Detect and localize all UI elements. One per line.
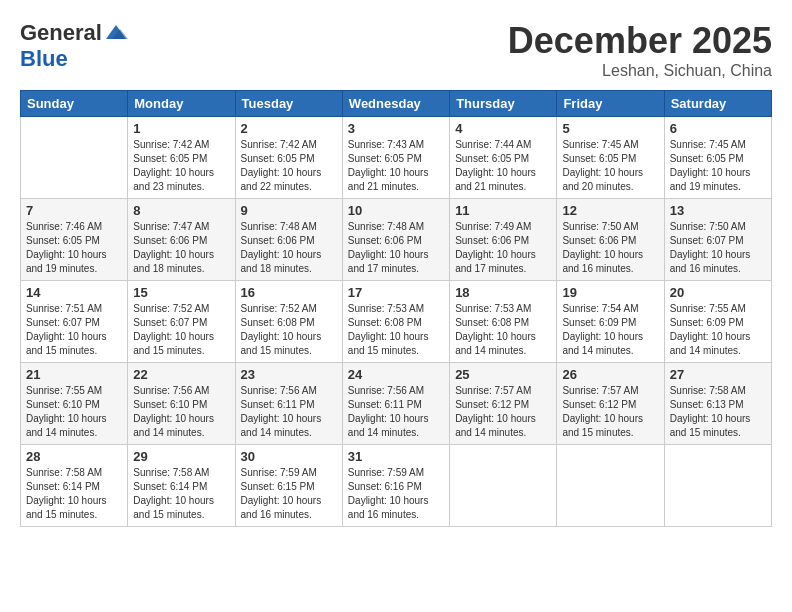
calendar-cell: 15Sunrise: 7:52 AM Sunset: 6:07 PM Dayli…: [128, 281, 235, 363]
calendar-cell: 27Sunrise: 7:58 AM Sunset: 6:13 PM Dayli…: [664, 363, 771, 445]
calendar-cell: [450, 445, 557, 527]
day-info: Sunrise: 7:58 AM Sunset: 6:14 PM Dayligh…: [26, 466, 122, 522]
calendar-cell: 9Sunrise: 7:48 AM Sunset: 6:06 PM Daylig…: [235, 199, 342, 281]
day-number: 1: [133, 121, 229, 136]
logo-icon: [104, 21, 128, 45]
day-info: Sunrise: 7:54 AM Sunset: 6:09 PM Dayligh…: [562, 302, 658, 358]
day-number: 28: [26, 449, 122, 464]
calendar-cell: 14Sunrise: 7:51 AM Sunset: 6:07 PM Dayli…: [21, 281, 128, 363]
calendar-cell: 3Sunrise: 7:43 AM Sunset: 6:05 PM Daylig…: [342, 117, 449, 199]
day-info: Sunrise: 7:56 AM Sunset: 6:10 PM Dayligh…: [133, 384, 229, 440]
calendar-cell: 29Sunrise: 7:58 AM Sunset: 6:14 PM Dayli…: [128, 445, 235, 527]
day-info: Sunrise: 7:57 AM Sunset: 6:12 PM Dayligh…: [562, 384, 658, 440]
weekday-header-friday: Friday: [557, 91, 664, 117]
day-info: Sunrise: 7:53 AM Sunset: 6:08 PM Dayligh…: [455, 302, 551, 358]
weekday-header-row: SundayMondayTuesdayWednesdayThursdayFrid…: [21, 91, 772, 117]
day-number: 30: [241, 449, 337, 464]
day-number: 22: [133, 367, 229, 382]
day-number: 21: [26, 367, 122, 382]
day-number: 23: [241, 367, 337, 382]
calendar-week-4: 21Sunrise: 7:55 AM Sunset: 6:10 PM Dayli…: [21, 363, 772, 445]
calendar-cell: 31Sunrise: 7:59 AM Sunset: 6:16 PM Dayli…: [342, 445, 449, 527]
calendar-cell: 22Sunrise: 7:56 AM Sunset: 6:10 PM Dayli…: [128, 363, 235, 445]
day-info: Sunrise: 7:56 AM Sunset: 6:11 PM Dayligh…: [348, 384, 444, 440]
calendar-cell: 7Sunrise: 7:46 AM Sunset: 6:05 PM Daylig…: [21, 199, 128, 281]
day-info: Sunrise: 7:56 AM Sunset: 6:11 PM Dayligh…: [241, 384, 337, 440]
day-number: 10: [348, 203, 444, 218]
day-number: 16: [241, 285, 337, 300]
day-info: Sunrise: 7:57 AM Sunset: 6:12 PM Dayligh…: [455, 384, 551, 440]
calendar-cell: 17Sunrise: 7:53 AM Sunset: 6:08 PM Dayli…: [342, 281, 449, 363]
day-number: 31: [348, 449, 444, 464]
calendar-cell: 8Sunrise: 7:47 AM Sunset: 6:06 PM Daylig…: [128, 199, 235, 281]
day-number: 17: [348, 285, 444, 300]
calendar-cell: 20Sunrise: 7:55 AM Sunset: 6:09 PM Dayli…: [664, 281, 771, 363]
day-number: 14: [26, 285, 122, 300]
weekday-header-saturday: Saturday: [664, 91, 771, 117]
calendar-cell: [21, 117, 128, 199]
calendar-cell: 1Sunrise: 7:42 AM Sunset: 6:05 PM Daylig…: [128, 117, 235, 199]
calendar-week-2: 7Sunrise: 7:46 AM Sunset: 6:05 PM Daylig…: [21, 199, 772, 281]
day-info: Sunrise: 7:42 AM Sunset: 6:05 PM Dayligh…: [133, 138, 229, 194]
calendar-cell: 12Sunrise: 7:50 AM Sunset: 6:06 PM Dayli…: [557, 199, 664, 281]
day-number: 24: [348, 367, 444, 382]
day-number: 11: [455, 203, 551, 218]
day-number: 5: [562, 121, 658, 136]
day-number: 8: [133, 203, 229, 218]
calendar-cell: 25Sunrise: 7:57 AM Sunset: 6:12 PM Dayli…: [450, 363, 557, 445]
calendar-cell: [557, 445, 664, 527]
calendar-week-1: 1Sunrise: 7:42 AM Sunset: 6:05 PM Daylig…: [21, 117, 772, 199]
calendar-cell: 11Sunrise: 7:49 AM Sunset: 6:06 PM Dayli…: [450, 199, 557, 281]
day-info: Sunrise: 7:58 AM Sunset: 6:13 PM Dayligh…: [670, 384, 766, 440]
logo: General Blue: [20, 20, 128, 72]
day-info: Sunrise: 7:46 AM Sunset: 6:05 PM Dayligh…: [26, 220, 122, 276]
calendar-cell: 24Sunrise: 7:56 AM Sunset: 6:11 PM Dayli…: [342, 363, 449, 445]
day-number: 9: [241, 203, 337, 218]
day-number: 3: [348, 121, 444, 136]
day-number: 4: [455, 121, 551, 136]
calendar-cell: 13Sunrise: 7:50 AM Sunset: 6:07 PM Dayli…: [664, 199, 771, 281]
day-number: 26: [562, 367, 658, 382]
logo-general-text: General: [20, 20, 102, 46]
day-info: Sunrise: 7:59 AM Sunset: 6:15 PM Dayligh…: [241, 466, 337, 522]
day-info: Sunrise: 7:55 AM Sunset: 6:09 PM Dayligh…: [670, 302, 766, 358]
calendar-cell: 4Sunrise: 7:44 AM Sunset: 6:05 PM Daylig…: [450, 117, 557, 199]
calendar-cell: 18Sunrise: 7:53 AM Sunset: 6:08 PM Dayli…: [450, 281, 557, 363]
calendar-cell: 26Sunrise: 7:57 AM Sunset: 6:12 PM Dayli…: [557, 363, 664, 445]
day-info: Sunrise: 7:43 AM Sunset: 6:05 PM Dayligh…: [348, 138, 444, 194]
day-info: Sunrise: 7:49 AM Sunset: 6:06 PM Dayligh…: [455, 220, 551, 276]
day-number: 20: [670, 285, 766, 300]
calendar-cell: 16Sunrise: 7:52 AM Sunset: 6:08 PM Dayli…: [235, 281, 342, 363]
day-number: 25: [455, 367, 551, 382]
calendar-cell: 19Sunrise: 7:54 AM Sunset: 6:09 PM Dayli…: [557, 281, 664, 363]
calendar-cell: 5Sunrise: 7:45 AM Sunset: 6:05 PM Daylig…: [557, 117, 664, 199]
day-number: 29: [133, 449, 229, 464]
day-number: 2: [241, 121, 337, 136]
logo-blue-text: Blue: [20, 46, 68, 72]
weekday-header-tuesday: Tuesday: [235, 91, 342, 117]
calendar-cell: 21Sunrise: 7:55 AM Sunset: 6:10 PM Dayli…: [21, 363, 128, 445]
weekday-header-sunday: Sunday: [21, 91, 128, 117]
day-number: 15: [133, 285, 229, 300]
calendar-week-5: 28Sunrise: 7:58 AM Sunset: 6:14 PM Dayli…: [21, 445, 772, 527]
calendar-table: SundayMondayTuesdayWednesdayThursdayFrid…: [20, 90, 772, 527]
calendar-cell: 10Sunrise: 7:48 AM Sunset: 6:06 PM Dayli…: [342, 199, 449, 281]
calendar-cell: 6Sunrise: 7:45 AM Sunset: 6:05 PM Daylig…: [664, 117, 771, 199]
month-year-title: December 2025: [508, 20, 772, 62]
day-info: Sunrise: 7:45 AM Sunset: 6:05 PM Dayligh…: [562, 138, 658, 194]
day-number: 6: [670, 121, 766, 136]
day-number: 13: [670, 203, 766, 218]
day-number: 19: [562, 285, 658, 300]
day-number: 27: [670, 367, 766, 382]
calendar-cell: 2Sunrise: 7:42 AM Sunset: 6:05 PM Daylig…: [235, 117, 342, 199]
day-info: Sunrise: 7:48 AM Sunset: 6:06 PM Dayligh…: [241, 220, 337, 276]
location-text: Leshan, Sichuan, China: [508, 62, 772, 80]
day-info: Sunrise: 7:48 AM Sunset: 6:06 PM Dayligh…: [348, 220, 444, 276]
day-info: Sunrise: 7:47 AM Sunset: 6:06 PM Dayligh…: [133, 220, 229, 276]
day-info: Sunrise: 7:51 AM Sunset: 6:07 PM Dayligh…: [26, 302, 122, 358]
day-info: Sunrise: 7:44 AM Sunset: 6:05 PM Dayligh…: [455, 138, 551, 194]
day-number: 12: [562, 203, 658, 218]
day-info: Sunrise: 7:50 AM Sunset: 6:06 PM Dayligh…: [562, 220, 658, 276]
calendar-cell: 23Sunrise: 7:56 AM Sunset: 6:11 PM Dayli…: [235, 363, 342, 445]
weekday-header-monday: Monday: [128, 91, 235, 117]
